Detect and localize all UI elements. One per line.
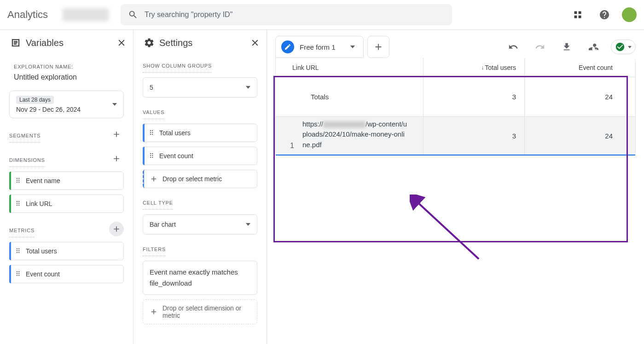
drag-handle-icon: ⠿ bbox=[16, 270, 21, 278]
close-icon[interactable] bbox=[116, 38, 127, 48]
chip-label: Link URL bbox=[26, 200, 52, 207]
dropdown-arrow-icon bbox=[246, 86, 250, 89]
data-table: Link URL ↓ Total users Event count Total… bbox=[275, 58, 636, 156]
dropdown-arrow-icon bbox=[350, 46, 355, 48]
close-icon[interactable] bbox=[250, 38, 260, 48]
totals-label-cell: Totals bbox=[276, 77, 423, 116]
show-column-groups-label: SHOW COLUMN GROUPS bbox=[143, 56, 212, 73]
variables-title: Variables bbox=[26, 38, 112, 48]
settings-title: Settings bbox=[159, 38, 245, 48]
svg-rect-2 bbox=[574, 16, 577, 18]
chip-label: Event count bbox=[159, 152, 193, 160]
svg-line-4 bbox=[417, 201, 479, 259]
date-range-selector[interactable]: Last 28 days Nov 29 - Dec 26, 2024 bbox=[9, 91, 124, 118]
main: Variables EXPLORATION NAME: Untitled exp… bbox=[0, 29, 644, 344]
share-icon[interactable] bbox=[584, 38, 603, 56]
drag-handle-icon: ⠿ bbox=[149, 152, 155, 160]
value-chip-event-count[interactable]: ⠿ Event count bbox=[143, 147, 257, 165]
segments-label: SEGMENTS bbox=[9, 126, 41, 143]
redo-icon[interactable] bbox=[531, 38, 549, 56]
dropdown-arrow-icon bbox=[112, 103, 117, 106]
header-actions bbox=[569, 6, 637, 24]
add-dimension-button[interactable] bbox=[109, 151, 124, 166]
column-header-link-url[interactable]: Link URL bbox=[276, 58, 423, 77]
cell-type-select[interactable]: Bar chart bbox=[143, 214, 257, 235]
add-tab-button[interactable] bbox=[367, 36, 389, 58]
variables-panel-header: Variables bbox=[0, 30, 133, 56]
dimension-chip-link-url[interactable]: ⠿ Link URL bbox=[9, 195, 124, 213]
plus-icon bbox=[150, 308, 158, 316]
link-text: https:///wp-content/uploads/2024/10/make… bbox=[302, 119, 408, 150]
tab-free-form[interactable]: Free form 1 bbox=[275, 36, 364, 58]
quality-button[interactable] bbox=[611, 40, 636, 54]
gear-icon bbox=[144, 37, 155, 48]
exploration-name-value[interactable]: Untitled exploration bbox=[9, 72, 124, 90]
avatar[interactable] bbox=[622, 7, 637, 22]
date-range-text: Nov 29 - Dec 26, 2024 bbox=[16, 106, 81, 113]
table-header-row: Link URL ↓ Total users Event count bbox=[276, 58, 635, 77]
totals-row: Totals 3 24 bbox=[276, 77, 635, 117]
apps-icon[interactable] bbox=[569, 6, 587, 24]
metric-chip-total-users[interactable]: ⠿ Total users bbox=[9, 242, 124, 260]
select-value: Bar chart bbox=[150, 221, 176, 228]
variables-icon bbox=[10, 37, 21, 48]
drop-metric-zone[interactable]: Drop or select metric bbox=[143, 170, 257, 188]
cell-type-label: CELL TYPE bbox=[143, 193, 173, 210]
chip-label: Event count bbox=[26, 270, 60, 278]
column-header-total-users[interactable]: ↓ Total users bbox=[423, 58, 524, 77]
search-bar[interactable] bbox=[121, 4, 452, 25]
dropdown-arrow-icon bbox=[246, 223, 250, 226]
svg-rect-3 bbox=[579, 16, 581, 18]
drag-handle-icon: ⠿ bbox=[149, 129, 155, 137]
row-total-users: 3 bbox=[423, 117, 524, 155]
add-segment-button[interactable] bbox=[109, 127, 124, 142]
value-chip-total-users[interactable]: ⠿ Total users bbox=[143, 124, 257, 142]
canvas-toolbar: Free form 1 bbox=[275, 35, 636, 58]
settings-panel-header: Settings bbox=[133, 30, 267, 56]
chip-label: Total users bbox=[159, 129, 191, 137]
select-value: 5 bbox=[150, 84, 153, 91]
property-selector-redacted[interactable] bbox=[63, 8, 109, 21]
settings-panel: Settings SHOW COLUMN GROUPS 5 VALUES ⠿ T… bbox=[133, 30, 267, 344]
drop-dimension-metric-zone[interactable]: Drop or select dimension or metric bbox=[143, 299, 257, 324]
sort-arrow-icon: ↓ bbox=[481, 64, 484, 71]
metric-chip-event-count[interactable]: ⠿ Event count bbox=[9, 265, 124, 283]
show-column-groups-select[interactable]: 5 bbox=[143, 77, 257, 97]
filters-label: FILTERS bbox=[143, 239, 166, 256]
add-metric-button[interactable] bbox=[109, 222, 124, 236]
row-event-count: 24 bbox=[524, 117, 621, 155]
annotation-arrow-icon bbox=[410, 195, 483, 264]
totals-event-count: 24 bbox=[524, 77, 621, 116]
svg-rect-1 bbox=[579, 11, 581, 14]
download-icon[interactable] bbox=[557, 38, 576, 56]
search-input[interactable] bbox=[145, 11, 445, 19]
svg-rect-0 bbox=[574, 11, 577, 14]
app-header: Analytics bbox=[0, 0, 644, 29]
drag-handle-icon: ⠿ bbox=[16, 247, 21, 255]
exploration-name-label: EXPLORATION NAME: bbox=[9, 56, 124, 72]
link-url-cell: 1 https:///wp-content/uploads/2024/10/ma… bbox=[276, 117, 423, 155]
date-range-chip: Last 28 days bbox=[16, 96, 54, 104]
row-number: 1 bbox=[284, 142, 302, 150]
variables-panel: Variables EXPLORATION NAME: Untitled exp… bbox=[0, 30, 133, 344]
pencil-icon bbox=[281, 40, 294, 53]
redacted-domain bbox=[323, 121, 366, 128]
dimensions-label: DIMENSIONS bbox=[9, 150, 45, 167]
tab-label: Free form 1 bbox=[300, 43, 336, 51]
drag-handle-icon: ⠿ bbox=[16, 177, 21, 184]
drop-text: Drop or select metric bbox=[162, 175, 222, 183]
chip-label: Total users bbox=[26, 247, 57, 255]
totals-total-users: 3 bbox=[423, 77, 524, 116]
table-row[interactable]: 1 https:///wp-content/uploads/2024/10/ma… bbox=[276, 117, 635, 155]
plus-icon bbox=[150, 175, 158, 183]
app-title: Analytics bbox=[7, 9, 55, 21]
undo-icon[interactable] bbox=[504, 38, 522, 56]
filter-item[interactable]: Event name exactly matches file_download bbox=[143, 261, 257, 295]
help-icon[interactable] bbox=[595, 6, 614, 24]
drag-handle-icon: ⠿ bbox=[16, 200, 21, 207]
dimension-chip-event-name[interactable]: ⠿ Event name bbox=[9, 172, 124, 190]
column-header-event-count[interactable]: Event count bbox=[524, 58, 621, 77]
drop-text: Drop or select dimension or metric bbox=[162, 304, 250, 319]
exploration-canvas: Free form 1 bbox=[267, 30, 644, 344]
metrics-label: METRICS bbox=[9, 220, 35, 237]
